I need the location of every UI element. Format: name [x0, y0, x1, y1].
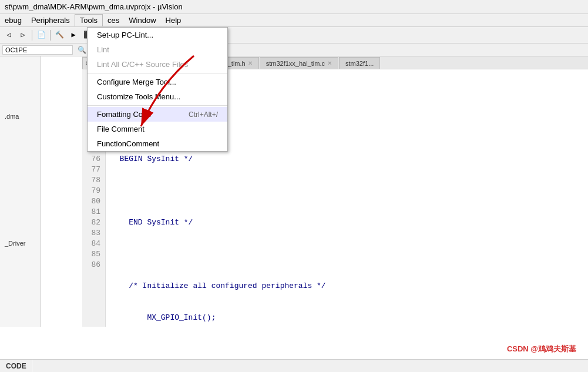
- ln-79: 79: [87, 186, 100, 196]
- setup-lint-label: Set-up PC-Lint...: [97, 31, 153, 39]
- menu-formatting-code[interactable]: Fomatting Code Ctrl+Alt+/: [88, 107, 227, 122]
- title-text: st\pwm_dma\MDK-ARM\pwm_dma.uvprojx - µVi…: [5, 2, 183, 11]
- code-line-74: /* Initialize all configured peripherals…: [110, 281, 583, 291]
- status-bar: CODE: [0, 359, 588, 372]
- sidebar: .dma _Driver: [0, 56, 41, 327]
- menu-customize[interactable]: Customize Tools Menu...: [88, 89, 227, 104]
- tools-dropdown: Set-up PC-Lint... Lint Lint All C/C++ So…: [87, 27, 228, 152]
- menu-setup-lint[interactable]: Set-up PC-Lint...: [88, 28, 227, 42]
- menu-lint: Lint: [88, 42, 227, 57]
- ln-83: 83: [87, 228, 100, 239]
- toolbar-new[interactable]: 📄: [35, 29, 48, 42]
- title-bar: st\pwm_dma\MDK-ARM\pwm_dma.uvprojx - µVi…: [0, 0, 588, 14]
- sep-1: [88, 73, 227, 73]
- toolbar-back[interactable]: ◁: [2, 29, 15, 42]
- code-line-75: MX_GPIO_Init();: [110, 313, 583, 323]
- ln-76: 76: [87, 154, 100, 165]
- tab-label-4: stm32f1...: [345, 60, 374, 67]
- menu-debug[interactable]: ebug: [0, 15, 26, 26]
- menu-bar: ebug Peripherals Tools ces Window Help: [0, 14, 588, 27]
- formatting-code-shortcut: Ctrl+Alt+/: [189, 110, 218, 119]
- tab-close-3[interactable]: ✕: [327, 60, 332, 66]
- menu-configure-merge[interactable]: Configure Merge Tool...: [88, 75, 227, 89]
- toolbar-run[interactable]: ▶: [67, 29, 80, 42]
- code-line-73: [110, 249, 583, 260]
- tab-stm32f1xx-hal-tim-c[interactable]: stm32f1xx_hal_tim.c ✕: [260, 57, 338, 69]
- ln-84: 84: [87, 239, 100, 249]
- toolbar-forward[interactable]: ▷: [16, 29, 29, 42]
- menu-lint-all: Lint All C/C++ Source Files: [88, 57, 227, 72]
- toolbar-sep-1: [32, 30, 32, 41]
- sep-2: [88, 105, 227, 106]
- watermark-text: CSDN @鸡鸡夫斯基: [507, 344, 576, 353]
- ln-85: 85: [87, 249, 100, 260]
- customize-label: Customize Tools Menu...: [97, 92, 180, 101]
- watermark: CSDN @鸡鸡夫斯基: [507, 344, 576, 354]
- sidebar-driver[interactable]: _Driver: [2, 239, 38, 248]
- toolbar-sep-2: [50, 30, 51, 41]
- ln-82: 82: [87, 217, 100, 228]
- lint-all-label: Lint All C/C++ Source Files: [97, 60, 188, 69]
- menu-tools[interactable]: Tools: [75, 14, 103, 26]
- menu-window[interactable]: Window: [124, 15, 160, 26]
- menu-ces[interactable]: ces: [103, 15, 124, 26]
- toolbar-build[interactable]: 🔨: [53, 29, 66, 42]
- code-above-5: END SysInit */: [110, 217, 583, 228]
- ln-77: 77: [87, 165, 100, 175]
- ln-86: 86: [87, 260, 100, 270]
- tab-close-2[interactable]: ✕: [248, 60, 253, 66]
- ln-78: 78: [87, 175, 100, 186]
- code-above-4: [110, 186, 583, 196]
- function-comment-label: FunctionComment: [97, 139, 159, 148]
- ln-81: 81: [87, 207, 100, 217]
- lint-label: Lint: [97, 45, 109, 54]
- sidebar-dma[interactable]: .dma: [2, 112, 38, 121]
- configure-merge-label: Configure Merge Tool...: [97, 78, 176, 86]
- menu-file-comment[interactable]: File Comment: [88, 122, 227, 136]
- status-code-text: CODE: [6, 362, 26, 370]
- search-btn[interactable]: 🔍: [75, 43, 88, 56]
- tab-label-3: stm32f1xx_hal_tim.c: [266, 60, 325, 67]
- search-input[interactable]: [2, 45, 73, 55]
- ln-80: 80: [87, 196, 100, 207]
- formatting-code-label: Fomatting Code: [97, 110, 152, 119]
- file-comment-label: File Comment: [97, 125, 145, 133]
- tab-stm32f1xx-extra[interactable]: stm32f1...: [339, 57, 380, 69]
- menu-peripherals[interactable]: Peripherals: [26, 15, 75, 26]
- code-above-3: BEGIN SysInit */: [110, 154, 583, 165]
- status-code: CODE: [0, 360, 33, 372]
- menu-function-comment[interactable]: FunctionComment: [88, 136, 227, 151]
- menu-help[interactable]: Help: [161, 15, 186, 26]
